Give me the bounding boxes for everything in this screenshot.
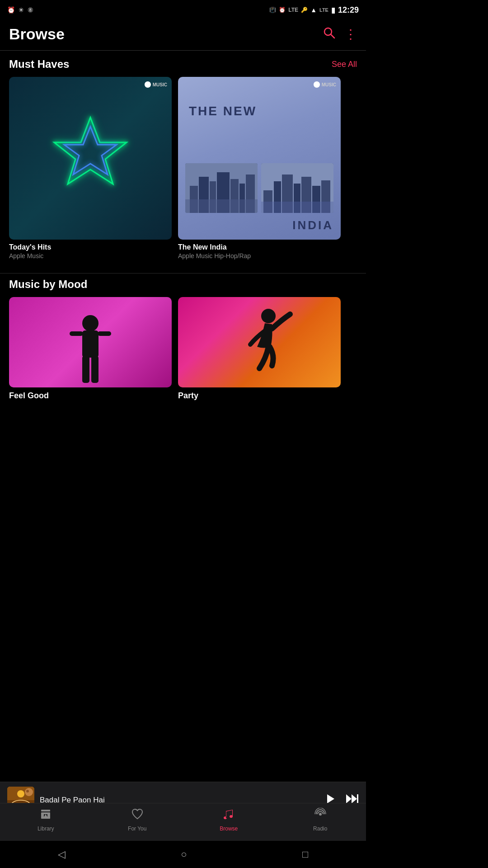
- apple-music-text-2: MUSIC: [322, 82, 336, 87]
- new-india-bottom-text: INDIA: [185, 218, 333, 232]
- new-india-subtitle: Apple Music Hip-Hop/Rap: [178, 252, 341, 259]
- mood-scroll: Feel Good: [0, 297, 366, 401]
- svg-point-35: [26, 790, 29, 793]
- music-by-mood-section: Music by Mood Feel Good: [0, 278, 366, 410]
- nav-radio-label: Radio: [313, 826, 327, 832]
- svg-line-1: [331, 34, 334, 38]
- new-india-title: The New India: [178, 243, 341, 251]
- party-card[interactable]: Party: [178, 297, 341, 401]
- svg-marker-3: [64, 127, 117, 175]
- todays-hits-image: MUSIC: [9, 77, 172, 240]
- svg-rect-23: [82, 330, 99, 358]
- status-right-icons: 📳 ⏰ LTE 🔑 ▲ LTE ▮ 12:29: [269, 5, 359, 15]
- svg-rect-26: [82, 356, 89, 383]
- apple-music-badge-2: MUSIC: [314, 81, 336, 88]
- city-photo-2: [261, 163, 333, 213]
- nav-for-you-label: For You: [128, 826, 146, 832]
- vibrate-icon: 📳: [269, 7, 276, 13]
- new-india-image: MUSIC THE NEW: [178, 77, 341, 240]
- feel-good-person: [59, 311, 122, 387]
- svg-rect-27: [91, 356, 99, 383]
- radio-icon: [314, 808, 327, 824]
- nav-for-you[interactable]: For You: [92, 808, 183, 832]
- recent-button[interactable]: □: [302, 849, 308, 860]
- must-haves-scroll: MUSIC: [0, 77, 366, 259]
- more-options-button[interactable]: ⋮: [344, 28, 357, 41]
- svg-point-44: [319, 813, 322, 816]
- must-haves-title: Must Haves: [9, 58, 69, 71]
- home-button[interactable]: ○: [181, 849, 187, 860]
- svg-point-28: [261, 309, 276, 323]
- back-button[interactable]: ◁: [58, 849, 66, 860]
- new-india-city-photos: [185, 163, 333, 213]
- status-left-icons: ⏰ ✳ ⑧: [7, 6, 33, 14]
- party-dancer: [223, 306, 296, 378]
- neon-star-graphic: [41, 108, 140, 208]
- city-photo-1: [185, 163, 258, 213]
- wifi-icon: ▲: [310, 6, 317, 14]
- key-icon: 🔑: [301, 7, 308, 13]
- new-india-top-text: THE NEW: [189, 104, 257, 118]
- must-haves-see-all[interactable]: See All: [332, 60, 357, 69]
- todays-hits-card[interactable]: MUSIC: [9, 77, 172, 259]
- party-image: [178, 297, 341, 387]
- status-bar: ⏰ ✳ ⑧ 📳 ⏰ LTE 🔑 ▲ LTE ▮ 12:29: [0, 0, 366, 20]
- svg-point-33: [17, 790, 24, 797]
- new-india-card[interactable]: MUSIC THE NEW: [178, 77, 341, 259]
- nav-browse-label: Browse: [220, 826, 238, 832]
- lte-badge: LTE: [288, 7, 298, 13]
- music-note-icon: [222, 808, 235, 824]
- svg-rect-12: [185, 199, 258, 213]
- battery-icon: ▮: [331, 6, 335, 14]
- notification-icon: ⑧: [28, 6, 33, 14]
- feel-good-image: [9, 297, 172, 387]
- must-haves-header: Must Haves See All: [0, 58, 366, 77]
- header-divider: [0, 50, 366, 51]
- page-title: Browse: [9, 25, 65, 43]
- svg-rect-39: [357, 794, 358, 803]
- search-button[interactable]: [323, 26, 335, 42]
- alarm2-icon: ⏰: [279, 7, 286, 13]
- svg-rect-24: [70, 331, 83, 336]
- android-nav-bar: ◁ ○ □: [0, 841, 366, 868]
- alarm-icon: ⏰: [7, 6, 15, 14]
- nav-library[interactable]: Library: [0, 808, 92, 832]
- todays-hits-subtitle: Apple Music: [9, 252, 172, 259]
- library-icon: [39, 808, 52, 824]
- nav-library-label: Library: [38, 826, 54, 832]
- todays-hits-title: Today's Hits: [9, 243, 172, 251]
- apple-music-badge-1: MUSIC: [145, 81, 167, 88]
- svg-rect-25: [98, 331, 111, 336]
- lte2-badge: LTE: [319, 7, 328, 13]
- must-haves-section: Must Haves See All MUSIC: [0, 58, 366, 269]
- section-divider-1: [0, 273, 366, 274]
- header-actions: ⋮: [323, 26, 357, 42]
- clock: 12:29: [338, 5, 359, 15]
- svg-marker-38: [352, 794, 357, 803]
- svg-marker-37: [346, 794, 352, 803]
- svg-rect-21: [261, 202, 333, 213]
- nav-browse[interactable]: Browse: [183, 808, 275, 832]
- feel-good-card[interactable]: Feel Good: [9, 297, 172, 401]
- mood-header: Music by Mood: [0, 278, 366, 297]
- svg-point-22: [82, 315, 99, 331]
- nav-radio[interactable]: Radio: [275, 808, 366, 832]
- svg-marker-36: [327, 794, 334, 803]
- sync-icon: ✳: [19, 6, 24, 14]
- heart-icon: [131, 808, 144, 824]
- bottom-nav: Library For You Browse Radio: [0, 803, 366, 841]
- apple-music-text-1: MUSIC: [153, 82, 167, 87]
- svg-point-34: [25, 788, 33, 796]
- feel-good-label: Feel Good: [9, 391, 172, 401]
- party-label: Party: [178, 391, 341, 401]
- page-header: Browse ⋮: [0, 20, 366, 50]
- svg-rect-40: [41, 810, 50, 811]
- mood-title: Music by Mood: [9, 278, 87, 291]
